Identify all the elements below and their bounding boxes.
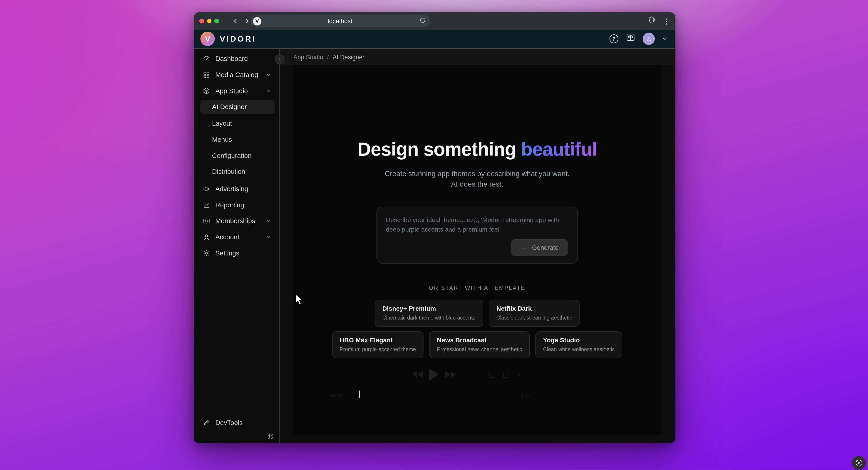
vidori-logo[interactable]: V [200,32,215,46]
reload-icon[interactable] [419,16,426,26]
gear-icon [203,249,210,257]
template-description: Cinematic dark theme with blue accents [382,315,475,321]
sidebar-collapse-button[interactable]: ‹ [275,54,285,64]
screen-scan-button[interactable] [852,456,866,470]
template-description: Premium purple-accented theme [340,346,416,352]
id-card-icon [203,217,210,225]
sidebar-item-label: Settings [215,249,239,257]
theme-prompt-card: → Generate [376,207,578,264]
sidebar-item-label: Memberships [215,217,255,225]
traffic-lights [199,19,219,23]
template-name: Yoga Studio [543,337,615,344]
sidebar-subitem-label: Layout [212,119,232,127]
minimize-window-button[interactable] [207,19,211,23]
ghost-cast-icon [503,371,508,378]
sidebar-subitem-label: AI Designer [212,103,247,111]
arrow-right-icon: → [520,244,527,252]
main-content: App Studio / AI Designer Design somethin… [280,49,675,443]
mouse-cursor [294,293,303,306]
sidebar-subitem-ai-designer[interactable]: AI Designer [200,100,275,114]
chevron-down-icon [266,69,271,80]
megaphone-icon [203,185,210,193]
app-header: V VIDORI ? [194,30,675,48]
page-subtitle-line2: AI does the rest. [293,180,661,188]
ghost-current-time: 00:00 [331,393,344,398]
sidebar-item-dashboard[interactable]: Dashboard [194,51,279,67]
page-title: Design something beautiful [293,139,661,160]
help-icon[interactable]: ? [610,34,618,43]
template-card-yoga[interactable]: Yoga Studio Clean white wellness aesthet… [535,331,622,358]
person-icon [203,233,210,241]
browser-menu-kebab-icon[interactable]: ⋮ [663,17,670,25]
ghost-player-preview: » 00:00 00:00 [293,364,661,414]
sidebar-item-label: Account [215,233,239,241]
grid-icon [203,71,210,79]
ai-designer-panel: Design something beautiful Create stunni… [293,65,661,434]
sidebar-subitem-layout[interactable]: Layout [194,115,279,131]
sidebar: Dashboard Media Catalog App Studio [194,49,280,443]
ghost-total-time: 00:00 [518,393,530,398]
template-card-hbo[interactable]: HBO Max Elegant Premium purple-accented … [332,331,424,358]
browser-back-icon[interactable] [232,18,239,24]
ghost-chevrons-icon: » [517,371,520,378]
ghost-subtitle-icon [489,371,494,378]
command-key-icon[interactable]: ⌘ [267,433,273,440]
close-window-button[interactable] [199,19,204,23]
template-card-disney[interactable]: Disney+ Premium Cinematic dark theme wit… [374,300,483,327]
breadcrumb-parent[interactable]: App Studio [293,53,323,60]
sidebar-item-devtools[interactable]: DevTools [194,414,279,431]
sidebar-item-memberships[interactable]: Memberships [194,213,279,229]
title-plain: Design something [358,139,521,159]
extensions-puzzle-icon[interactable] [648,16,655,26]
sidebar-subitem-configuration[interactable]: Configuration [194,147,279,164]
sidebar-item-reporting[interactable]: Reporting [194,197,279,213]
sidebar-item-media-catalog[interactable]: Media Catalog [194,67,279,83]
chart-line-icon [203,201,210,209]
page-subtitle-line1: Create stunning app themes by describing… [293,170,661,178]
chevron-down-icon [266,232,271,242]
ghost-playhead [359,390,360,398]
desktop-background: V localhost ⋮ V VIDORI ? [0,0,868,470]
template-name: HBO Max Elegant [340,337,416,344]
sidebar-item-label: DevTools [215,419,243,427]
sidebar-item-account[interactable]: Account [194,229,279,245]
address-bar[interactable]: V localhost [250,15,430,27]
hammer-icon [203,419,210,427]
template-description: Professional news channel aesthetic [437,346,522,352]
sidebar-item-label: Media Catalog [215,71,258,79]
browser-chrome: V localhost ⋮ [194,12,675,30]
cube-icon [203,87,210,94]
sidebar-item-settings[interactable]: Settings [194,245,279,261]
breadcrumb: App Studio / AI Designer [280,49,675,65]
user-avatar[interactable] [643,33,655,45]
theme-prompt-input[interactable] [377,207,577,239]
sidebar-subitem-menus[interactable]: Menus [194,131,279,147]
title-accent: beautiful [521,139,597,159]
generate-button-label: Generate [532,244,559,251]
account-chevron-down-icon[interactable] [662,34,668,44]
sidebar-subitem-distribution[interactable]: Distribution [194,164,279,180]
sidebar-subitem-label: Distribution [212,168,245,175]
brand-name: VIDORI [220,34,256,43]
template-card-news[interactable]: News Broadcast Professional news channel… [429,331,530,358]
play-icon [429,369,438,381]
template-card-netflix[interactable]: Netflix Dark Classic dark streaming aest… [489,300,580,327]
docs-book-icon[interactable] [625,33,636,44]
sidebar-subitem-label: Menus [212,136,232,143]
sidebar-item-advertising[interactable]: Advertising [194,181,279,197]
sidebar-item-app-studio[interactable]: App Studio [194,83,279,99]
gauge-icon [203,55,210,62]
chevron-down-icon [266,216,271,226]
sidebar-item-label: App Studio [215,87,248,94]
scan-icon [855,459,863,467]
sidebar-subitem-label: Configuration [212,152,252,159]
rewind-icon [412,371,423,378]
template-name: Netflix Dark [496,305,572,312]
template-name: News Broadcast [437,337,522,344]
zoom-window-button[interactable] [214,19,219,23]
generate-button[interactable]: → Generate [511,239,568,256]
templates-heading: OR START WITH A TEMPLATE [293,285,661,291]
browser-forward-icon[interactable] [243,18,250,24]
fast-forward-icon [445,371,456,378]
browser-window: V localhost ⋮ V VIDORI ? [194,12,675,443]
